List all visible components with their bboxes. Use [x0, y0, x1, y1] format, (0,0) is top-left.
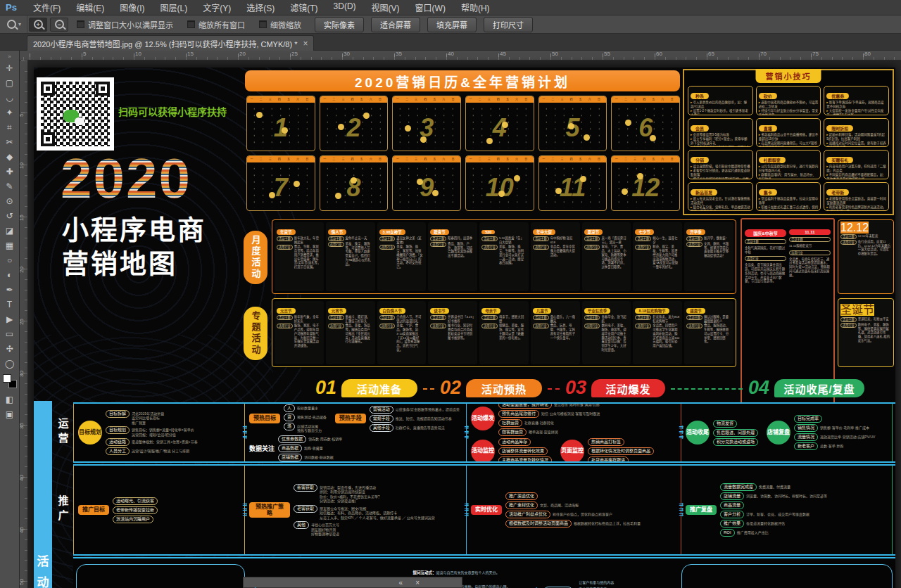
- vertical-ruler[interactable]: 5101520253035404550: [20, 60, 28, 588]
- industry-text: 全品类，是年中优惠力度最强的大促活动。: [550, 245, 578, 257]
- mindmap-root-node: 预热手段: [335, 414, 366, 423]
- lasso-tool[interactable]: ◡: [1, 90, 18, 105]
- pen-tool[interactable]: ✒: [1, 282, 18, 297]
- zoom-preset-button[interactable]: 打印尺寸: [484, 17, 533, 32]
- event-title: 12.12: [840, 222, 869, 234]
- industry-text: 美妆、个护、食品、服饰等，如3·14类商家推出「买14送14最好的」，设置多款爆…: [396, 324, 424, 352]
- menu-item[interactable]: 图像(I): [112, 1, 152, 13]
- checkbox-icon[interactable]: [77, 20, 84, 28]
- menu-item[interactable]: 文件(F): [25, 1, 68, 13]
- menu-item[interactable]: 编辑(E): [68, 1, 112, 13]
- view-option-checkbox[interactable]: 缩放所有窗口: [187, 19, 245, 30]
- blur-tool[interactable]: ○: [1, 253, 18, 267]
- menu-item[interactable]: 图层(L): [153, 1, 196, 13]
- stage-number: 02: [440, 377, 461, 399]
- color-swatches[interactable]: [2, 373, 18, 389]
- style-value: 阅读与自己有关的文章是每个人的天分。: [436, 570, 499, 575]
- eraser-tool[interactable]: ◪: [1, 223, 18, 238]
- zoom-preset-button[interactable]: 填充屏幕: [427, 17, 477, 32]
- mindmap-line: 社群打卡、直播预告等造势玩法: [396, 426, 445, 430]
- menu-item[interactable]: 窗口(W): [408, 1, 453, 13]
- path-selection-tool[interactable]: ▶: [1, 312, 18, 326]
- menu-item[interactable]: 文字(Y): [195, 1, 239, 13]
- mindmap-item-lines: 加购·收藏量: [304, 446, 323, 451]
- brush-tool[interactable]: ✎: [1, 179, 18, 193]
- mindmap-item: 其他寻找心仪百万大号朋友圈好物评测好物整理种草渠道: [294, 521, 435, 537]
- tip-bullet: ▸ 持续引导与好友助力砍价分享裂变，带来平台新流量: [759, 109, 819, 115]
- menu-bar: Ps 文件(F)编辑(E)图像(I)图层(L)文字(Y)选择(S)滤镜(T)3D…: [0, 0, 901, 15]
- type-tool[interactable]: T: [1, 297, 18, 312]
- slice-tool[interactable]: ✂: [1, 134, 18, 149]
- calendar-month: 一 二 三 四 五 六 日11: [538, 155, 607, 211]
- marketing-tip-card: 会员▸ 会员等级设置3-5级为标准▸ 设立专享福利「积分+现金」，获尊享额外下定…: [688, 118, 753, 148]
- stage-dashes: [423, 388, 434, 390]
- mindmap-items: 流量数据完成度免费流量、付费流量店铺流量浏览量、访客数、访问时长、停留时长、访问…: [720, 483, 827, 537]
- mindmap-item: 目标拆解河北2019年活动复盘设定同比增长指标推广预算: [106, 410, 198, 426]
- event-title: 情人节: [328, 229, 347, 235]
- dodge-tool[interactable]: ◐: [1, 267, 18, 282]
- photoshop-window: Ps 文件(F)编辑(E)图像(I)图层(L)文字(Y)选择(S)滤镜(T)3D…: [0, 0, 901, 588]
- ruler-number: 75: [812, 51, 819, 57]
- ruler-number: 70: [760, 51, 767, 57]
- checkbox-icon[interactable]: [259, 20, 267, 28]
- mindmap-item-label: 目标完成率: [794, 415, 822, 423]
- quick-mask-icon[interactable]: ◧: [1, 392, 18, 407]
- industry-text: 食品、美妆、饰品等，围绕品类用户可推出「全民闹元宵」活动及直播进行引流曝光。: [346, 324, 373, 344]
- event-title: 儿童节: [533, 308, 552, 314]
- quick-selection-tool[interactable]: ✦: [1, 105, 18, 120]
- menu-item[interactable]: 视图(V): [364, 1, 408, 13]
- tip-bullet: ▸ 高峰段对应时间定位设置，更有助于培养用户消费习惯: [826, 141, 886, 147]
- gradient-tool[interactable]: ▦: [1, 238, 18, 253]
- foreground-color-swatch[interactable]: [3, 374, 11, 383]
- event-industry-row: 适用行业美妆、珠宝、服饰等，可设置情人节专题，单身人群更需爱自己，情侣们为TA挑…: [328, 242, 373, 266]
- view-option-checkbox[interactable]: 细微缩放: [259, 19, 301, 30]
- screen-mode-icon[interactable]: ▣: [1, 407, 18, 421]
- tip-label: 优惠券: [826, 93, 849, 99]
- theme-text: 12.12年末狂欢: [858, 234, 878, 239]
- mindmap-line: 整点秒杀·限时特惠·满减/包邮: [554, 404, 600, 407]
- panel-collapse-icon[interactable]: «: [399, 579, 403, 587]
- marketing-tip-card: 老带新▸ 老顾客使用现金点奖励法，直接第一时间奖励邀请品牌▸ 利用老客需求特色品…: [824, 182, 889, 212]
- menu-item[interactable]: 选择(S): [239, 1, 282, 13]
- menu-item[interactable]: 3D(D): [326, 1, 364, 13]
- menu-item[interactable]: 帮助(H): [453, 1, 498, 13]
- marquee-tool[interactable]: ▢: [1, 75, 18, 90]
- mindmap-line: 根据数据转化打标签商品上浮，拉高毛利量: [574, 521, 641, 526]
- zoom-out-button[interactable]: −: [50, 18, 68, 32]
- ruler-number: 80: [864, 51, 871, 57]
- stage-number: 03: [565, 377, 586, 399]
- calendar-month: 一 二 三 四 五 六 日9: [392, 155, 461, 211]
- theme-tag: 活动主题: [533, 315, 549, 320]
- view-option-checkbox[interactable]: 调整窗口大小以满屏显示: [77, 19, 173, 30]
- document-tab[interactable]: 2020小程序电商营销地图.jpg @ 12.5% (扫码可以获得小程序扶持, …: [27, 35, 314, 51]
- mindmap-items: 热销商品打标签根据转化情况及时调整页面商品补货商品库存跟进: [588, 438, 654, 461]
- close-icon[interactable]: ×: [303, 39, 308, 49]
- history-brush-tool[interactable]: ↺: [1, 208, 18, 223]
- zoom-preset-button[interactable]: 适合屏幕: [371, 17, 420, 32]
- hand-tool[interactable]: ✣: [1, 341, 18, 356]
- toolbar-collapse-icon[interactable]: »: [8, 53, 11, 60]
- ruler-number: 60: [656, 51, 662, 57]
- zoom-tool-preset[interactable]: ▾: [0, 15, 27, 33]
- monthly-event-card: 年货节活动主题新年款大礼，年货囤起来适用行业食品、生鲜、家居百货等，结合年前用户…: [275, 222, 324, 291]
- eyedropper-tool[interactable]: ◆: [1, 149, 18, 164]
- clone-stamp-tool[interactable]: ⊙: [1, 193, 18, 208]
- healing-brush-tool[interactable]: ✚: [1, 164, 18, 179]
- shape-tool[interactable]: ▭: [1, 326, 18, 341]
- panel-close-icon[interactable]: ×: [415, 579, 420, 587]
- zoom-preset-button[interactable]: 实际像素: [315, 17, 364, 32]
- floating-panel-bar[interactable]: « ×: [243, 577, 462, 588]
- tip-bullet: ▸ 起始价利率回落，活动期间限量返7折起5折封顶，拉高客户利润: [826, 133, 886, 141]
- mindmap-item-label: 销售情况: [794, 424, 818, 432]
- horizontal-ruler[interactable]: 5101520253035404550556065707580: [20, 51, 901, 60]
- move-tool[interactable]: ✛: [1, 60, 18, 75]
- event-title: 踏青节: [430, 229, 449, 235]
- event-industry-row: 适用行业数码电子、美妆、服饰等，围绕圣诞氛围开展礼遇，对活动进行传播，营造老人送…: [840, 323, 891, 343]
- crop-tool[interactable]: ⌗: [1, 120, 18, 134]
- calendar-weekday-header: 一 二 三 四 五 六 日: [539, 156, 607, 162]
- menu-item[interactable]: 滤镜(T): [282, 1, 325, 13]
- mindmap-item-label: 热销商品打标签: [588, 438, 624, 446]
- zoom-tool[interactable]: ◯: [1, 356, 18, 371]
- checkbox-icon[interactable]: [187, 20, 195, 28]
- zoom-in-button[interactable]: +: [29, 18, 47, 32]
